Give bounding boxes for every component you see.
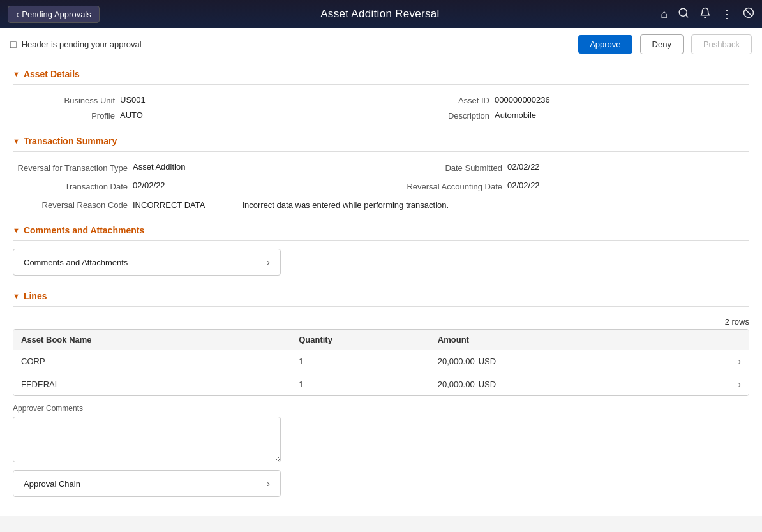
asset-details-chevron-icon: ▼ — [13, 70, 20, 78]
approver-comments-section: Approver Comments — [0, 396, 762, 470]
asset-id-value: 000000000236 — [495, 95, 550, 105]
row-0-chevron-icon: › — [715, 357, 741, 366]
lines-divider — [13, 306, 749, 307]
lines-chevron-icon: ▼ — [13, 292, 20, 300]
transaction-left-col: Reversal for Transaction Type Asset Addi… — [13, 162, 375, 193]
search-icon[interactable] — [678, 7, 689, 22]
pushback-button[interactable]: Pushback — [691, 34, 752, 54]
reversal-type-value: Asset Addition — [133, 162, 185, 172]
business-unit-field: Business Unit US001 — [13, 95, 375, 105]
reversal-reason-code-label: Reversal Reason Code — [13, 200, 128, 210]
row-0-asset-book-name: CORP — [21, 357, 299, 366]
svg-line-1 — [685, 15, 687, 17]
description-label: Description — [387, 110, 489, 121]
row-1-amount-value: 20,000.00 — [438, 380, 475, 389]
asset-details-section-header[interactable]: ▼ Asset Details — [0, 61, 762, 84]
lines-table-header: Asset Book Name Quantity Amount — [13, 330, 749, 350]
date-submitted-field: Date Submitted 02/02/22 — [387, 162, 749, 174]
transaction-summary-divider — [13, 151, 749, 152]
row-0-amount-value: 20,000.00 — [438, 357, 475, 366]
document-icon: □ — [10, 39, 17, 50]
reversal-reason-row: Reversal Reason Code INCORRECT DATA Inco… — [0, 200, 762, 218]
transaction-summary-fields: Reversal for Transaction Type Asset Addi… — [0, 159, 762, 200]
col-amount: Amount — [438, 335, 715, 344]
transaction-date-field: Transaction Date 02/02/22 — [13, 181, 375, 193]
back-button-label: Pending Approvals — [22, 10, 91, 19]
table-row[interactable]: FEDERAL 1 20,000.00 USD › — [13, 373, 749, 395]
block-icon[interactable] — [743, 7, 754, 22]
asset-id-label: Asset ID — [387, 95, 489, 105]
bell-icon[interactable] — [699, 7, 711, 22]
approval-chain-box[interactable]: Approval Chain › — [13, 470, 281, 497]
comments-divider — [13, 240, 749, 241]
transaction-date-value: 02/02/22 — [133, 181, 165, 190]
row-1-chevron-icon: › — [715, 380, 741, 389]
asset-details-divider — [13, 84, 749, 85]
main-content: ▼ Asset Details Business Unit US001 Asse… — [0, 61, 762, 516]
transaction-summary-title: Transaction Summary — [24, 136, 117, 146]
approval-bar: □ Header is pending your approval Approv… — [0, 28, 762, 61]
approval-chain-chevron-icon: › — [267, 478, 270, 489]
date-submitted-label: Date Submitted — [387, 162, 502, 174]
approval-chain-label: Approval Chain — [24, 479, 267, 489]
row-0-quantity: 1 — [299, 357, 438, 366]
approver-comments-label: Approver Comments — [13, 404, 749, 413]
approval-message: Header is pending your approval — [22, 40, 142, 49]
profile-label: Profile — [13, 110, 115, 121]
asset-id-field: Asset ID 000000000236 — [387, 95, 749, 105]
home-icon[interactable]: ⌂ — [661, 8, 668, 21]
row-1-currency: USD — [479, 380, 496, 389]
comments-link-label: Comments and Attachments — [24, 258, 267, 267]
description-field: Description Automobile — [387, 110, 749, 121]
row-1-quantity: 1 — [299, 380, 438, 389]
approval-bar-text: □ Header is pending your approval — [10, 39, 571, 50]
transaction-summary-section-header[interactable]: ▼ Transaction Summary — [0, 128, 762, 151]
top-nav: ‹ Pending Approvals Asset Addition Rever… — [0, 0, 762, 28]
nav-icons: ⌂ ⋮ — [661, 7, 754, 22]
more-menu-icon[interactable]: ⋮ — [721, 7, 733, 21]
profile-field: Profile AUTO — [13, 110, 375, 121]
profile-value: AUTO — [120, 110, 143, 120]
row-0-amount: 20,000.00 USD — [438, 357, 715, 366]
page-title: Asset Addition Reversal — [100, 8, 661, 20]
transaction-summary-chevron-icon: ▼ — [13, 137, 20, 145]
lines-count: 2 rows — [0, 314, 762, 329]
reversal-accounting-date-field: Reversal Accounting Date 02/02/22 — [387, 181, 749, 193]
asset-details-fields: Business Unit US001 Asset ID 00000000023… — [0, 92, 762, 128]
col-asset-book-name: Asset Book Name — [21, 335, 299, 344]
approver-comments-textarea[interactable] — [13, 417, 281, 462]
reversal-reason-desc: Incorrect data was entered while perform… — [210, 200, 749, 210]
business-unit-value: US001 — [120, 95, 146, 105]
reversal-accounting-date-label: Reversal Accounting Date — [387, 181, 502, 193]
lines-table: Asset Book Name Quantity Amount CORP 1 2… — [13, 329, 749, 396]
deny-button[interactable]: Deny — [640, 34, 684, 54]
col-quantity: Quantity — [299, 335, 438, 344]
reversal-type-field: Reversal for Transaction Type Asset Addi… — [13, 162, 375, 174]
back-button[interactable]: ‹ Pending Approvals — [8, 6, 100, 23]
comments-link-chevron-icon: › — [267, 257, 270, 267]
comments-section-header[interactable]: ▼ Comments and Attachments — [0, 218, 762, 240]
description-value: Automobile — [495, 110, 536, 120]
asset-details-title: Asset Details — [24, 69, 80, 79]
row-1-amount: 20,000.00 USD — [438, 380, 715, 389]
transaction-right-col: Date Submitted 02/02/22 Reversal Account… — [387, 162, 749, 193]
back-chevron-icon: ‹ — [16, 10, 19, 19]
row-0-currency: USD — [479, 357, 496, 366]
row-1-asset-book-name: FEDERAL — [21, 380, 299, 389]
lines-section-title: Lines — [24, 291, 47, 301]
reversal-type-label: Reversal for Transaction Type — [13, 162, 128, 174]
approve-button[interactable]: Approve — [578, 35, 632, 54]
comments-link-box[interactable]: Comments and Attachments › — [13, 249, 281, 276]
date-submitted-value: 02/02/22 — [507, 162, 540, 172]
table-row[interactable]: CORP 1 20,000.00 USD › — [13, 350, 749, 373]
business-unit-label: Business Unit — [13, 95, 115, 105]
transaction-date-label: Transaction Date — [13, 181, 128, 193]
comments-chevron-icon: ▼ — [13, 226, 20, 234]
comments-section-title: Comments and Attachments — [24, 225, 144, 235]
reversal-reason-code-value: INCORRECT DATA — [133, 200, 205, 210]
lines-section-header[interactable]: ▼ Lines — [0, 283, 762, 306]
reversal-accounting-date-value: 02/02/22 — [507, 181, 540, 190]
svg-line-3 — [745, 9, 752, 16]
